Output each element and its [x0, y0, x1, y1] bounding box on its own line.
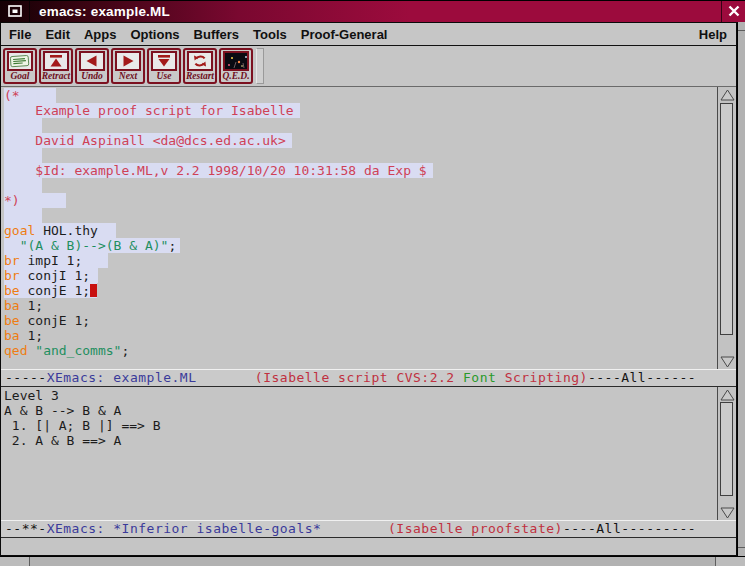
script-line[interactable]: Example proof script for Isabelle: [4, 103, 717, 118]
modeline-segment: ----All---------: [563, 521, 696, 536]
script-line[interactable]: $Id: example.ML,v 2.2 1998/10/20 10:31:5…: [4, 163, 717, 178]
goals-buffer[interactable]: Level 3A & B --> B & A 1. [| A; B |] ==>…: [1, 387, 717, 520]
locked-region-highlight: [4, 208, 42, 223]
locked-region-highlight: br impI 1;: [4, 253, 108, 268]
frame-border-bottom[interactable]: [0, 556, 745, 566]
modeline-segment: (Isabelle script CVS:2.2: [255, 370, 463, 385]
script-line[interactable]: br impI 1;: [4, 253, 717, 268]
frame-border-right[interactable]: [737, 22, 745, 556]
script-line[interactable]: br conjI 1;: [4, 268, 717, 283]
toolbar-button-label: Restart: [185, 71, 215, 82]
script-buffer[interactable]: (* Example proof script for Isabelle Dav…: [1, 87, 717, 369]
toolbar-button-retract[interactable]: Retract: [39, 48, 73, 84]
modeline-script[interactable]: -----XEmacs: example.ML (Isabelle script…: [1, 369, 736, 387]
goals-line[interactable]: 1. [| A; B |] ==> B: [4, 418, 717, 433]
modeline-segment: [197, 370, 255, 385]
toolbar-button-label: Use: [149, 71, 179, 82]
modeline-segment: Scripting): [496, 370, 588, 385]
locked-region-highlight: David Aspinall <da@dcs.ed.ac.uk>: [4, 133, 292, 148]
menu-item-file[interactable]: File: [9, 27, 31, 42]
goals-buffer-window: Level 3A & B --> B & A 1. [| A; B |] ==>…: [1, 387, 736, 520]
menu-item-tools[interactable]: Tools: [253, 27, 287, 42]
goals-line[interactable]: Level 3: [4, 388, 717, 403]
xemacs-window: emacs: example.ML FileEditAppsOptionsBuf…: [0, 0, 745, 566]
toolbar-button-label: Next: [113, 71, 143, 82]
locked-region-highlight: [4, 118, 42, 133]
toolbar-button-undo[interactable]: Undo: [75, 48, 109, 84]
frame-resize-corner-left[interactable]: [0, 557, 30, 566]
script-line[interactable]: ba 1;: [4, 298, 717, 313]
goals-line[interactable]: A & B --> B & A: [4, 403, 717, 418]
locked-region-highlight: [4, 178, 42, 193]
menu-item-options[interactable]: Options: [130, 27, 179, 42]
script-line[interactable]: [4, 208, 717, 223]
locked-region-highlight: goal HOL.thy: [4, 223, 116, 238]
script-line[interactable]: [4, 118, 717, 133]
toolbar-button-label: Q.E.D.: [221, 71, 251, 82]
restart-cycle-icon: [187, 51, 213, 71]
script-line[interactable]: ba 1;: [4, 328, 717, 343]
menu-item-apps[interactable]: Apps: [84, 27, 117, 42]
menu-item-edit[interactable]: Edit: [45, 27, 70, 42]
minibuffer[interactable]: [1, 538, 736, 555]
goals-line[interactable]: 2. A & B ==> A: [4, 433, 717, 448]
scrollbar-down-arrow-icon[interactable]: [719, 355, 735, 368]
modeline-segment: Font: [463, 370, 496, 385]
text-cursor: [90, 284, 97, 297]
script-line[interactable]: *): [4, 193, 717, 208]
menu-item-help[interactable]: Help: [699, 27, 736, 42]
toolbar-button-restart[interactable]: Restart: [183, 48, 217, 84]
locked-region-highlight: Example proof script for Isabelle: [4, 103, 300, 118]
toolbar-button-qed[interactable]: Q.E.D.: [219, 48, 253, 84]
title-bar[interactable]: emacs: example.ML: [0, 0, 745, 22]
menu-item-buffers[interactable]: Buffers: [194, 27, 240, 42]
toolbar-button-label: Retract: [41, 71, 71, 82]
toolbar-button-next[interactable]: Next: [111, 48, 145, 84]
locked-region-highlight: (*: [4, 88, 56, 103]
locked-region-highlight: "(A & B)-->(B & A)";: [4, 238, 180, 253]
next-right-arrow-icon: [115, 51, 141, 71]
scrollbar-up-arrow-icon[interactable]: [719, 388, 735, 401]
toolbar-button-goal[interactable]: Goal: [3, 48, 37, 84]
script-line[interactable]: be conjE 1;: [4, 313, 717, 328]
script-buffer-window: (* Example proof script for Isabelle Dav…: [1, 87, 736, 369]
locked-region-highlight: *): [4, 193, 66, 208]
menu-item-proof-general[interactable]: Proof-General: [301, 27, 388, 42]
script-line[interactable]: be conjE 1;: [4, 283, 717, 298]
goals-scrollbar[interactable]: [717, 387, 736, 520]
script-line[interactable]: (*: [4, 88, 717, 103]
locked-region-highlight: br conjI 1;: [4, 268, 98, 283]
script-scrollbar[interactable]: [717, 87, 736, 369]
script-line[interactable]: [4, 178, 717, 193]
modeline-segment: (Isabelle proofstate): [388, 521, 563, 536]
window-title: emacs: example.ML: [39, 4, 721, 19]
toolbar-empty-slot: [256, 48, 264, 84]
locked-region-highlight: [4, 148, 42, 163]
scrollbar-down-arrow-icon[interactable]: [719, 506, 735, 519]
goals-scrollbar-thumb[interactable]: [720, 402, 733, 496]
modeline-goals[interactable]: --**-XEmacs: *Inferior isabelle-goals* (…: [1, 520, 736, 538]
undo-left-arrow-icon: [79, 51, 105, 71]
script-line[interactable]: goal HOL.thy: [4, 223, 717, 238]
script-scrollbar-thumb[interactable]: [720, 103, 733, 335]
modeline-segment: [321, 521, 388, 536]
menubar: FileEditAppsOptionsBuffersToolsProof-Gen…: [1, 23, 736, 46]
window-menu-button[interactable]: [0, 1, 30, 22]
window-menu-icon: [8, 2, 22, 21]
script-line[interactable]: qed "and_comms";: [4, 343, 717, 358]
modeline-segment: --**-: [5, 521, 47, 536]
locked-region-highlight: $Id: example.ML,v 2.2 1998/10/20 10:31:5…: [4, 163, 433, 178]
retract-to-top-icon: [43, 51, 69, 71]
toolbar-button-label: Undo: [77, 71, 107, 82]
close-button[interactable]: [721, 1, 745, 22]
frame-resize-corner-right[interactable]: [715, 557, 745, 566]
script-line[interactable]: David Aspinall <da@dcs.ed.ac.uk>: [4, 133, 717, 148]
frame-resize-corner-bottom: [738, 547, 745, 548]
scrollbar-up-arrow-icon[interactable]: [719, 88, 735, 101]
script-line[interactable]: [4, 148, 717, 163]
locked-region-highlight: be conjE 1;: [4, 283, 97, 298]
use-to-bottom-icon: [151, 51, 177, 71]
script-line[interactable]: "(A & B)-->(B & A)";: [4, 238, 717, 253]
toolbar-button-use[interactable]: Use: [147, 48, 181, 84]
goal-scroll-icon: [7, 51, 33, 71]
